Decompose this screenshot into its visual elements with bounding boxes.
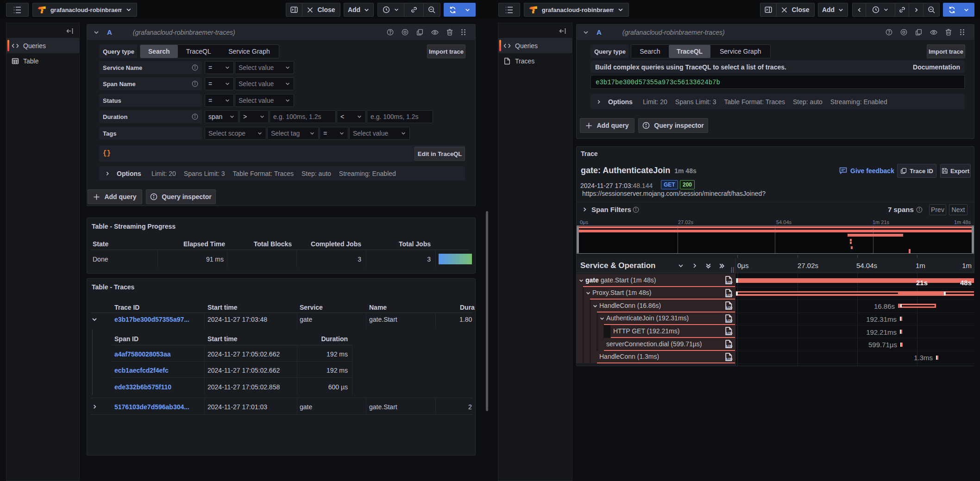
svg-text:LOG: LOG xyxy=(726,280,733,284)
svg-text:LOG: LOG xyxy=(726,344,733,348)
svg-text:LOG: LOG xyxy=(726,331,733,335)
svg-text:LOG: LOG xyxy=(726,357,733,361)
svg-text:LOG: LOG xyxy=(726,319,733,323)
svg-text:LOG: LOG xyxy=(726,293,733,297)
svg-text:LOG: LOG xyxy=(726,306,733,310)
